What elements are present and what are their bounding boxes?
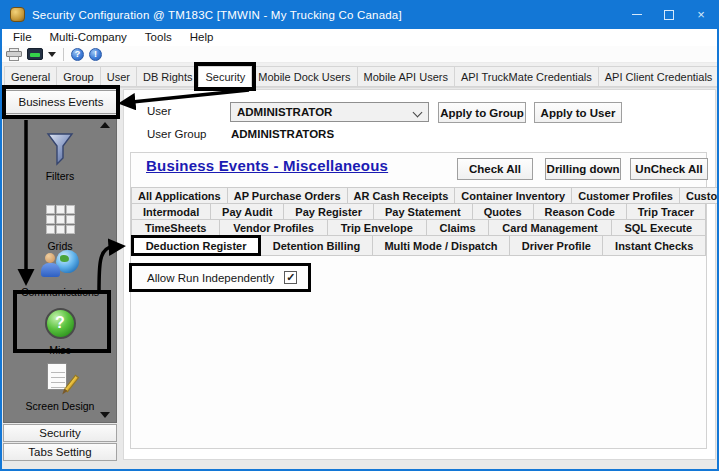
event-tab-ar-cash-receipts[interactable]: AR Cash Receipts [347, 187, 456, 204]
event-tab-intermodal[interactable]: Intermodal [131, 203, 211, 220]
event-tab-reason-code[interactable]: Reason Code [533, 203, 627, 220]
terminal-icon[interactable] [27, 48, 43, 60]
sidebar-item-label: Communications [21, 286, 99, 298]
allow-run-independently-checkbox[interactable]: ✓ [284, 271, 297, 284]
main-tab-strip: General Group User DB Rights Security Mo… [2, 63, 717, 88]
business-events-groupbox: Business Events - Miscellaneous Check Al… [130, 152, 707, 449]
app-badge-icon [10, 7, 25, 22]
event-tab-all-applications[interactable]: All Applications [131, 187, 228, 204]
sidebar-item-label: Filters [46, 170, 75, 182]
menu-multi-company[interactable]: Multi-Company [41, 29, 136, 46]
event-tab-multi-mode-dispatch[interactable]: Multi Mode / Dispatch [372, 235, 510, 256]
toolbar: ? ! [2, 46, 717, 63]
green-question-orb-icon: ? [45, 304, 76, 342]
maximize-button[interactable] [653, 0, 685, 29]
event-tab-row: Intermodal Pay Audit Pay Register Pay St… [132, 204, 706, 220]
sidebar: Business Events Filters [2, 88, 121, 461]
sidebar-item-filters[interactable]: Filters [4, 130, 116, 182]
tab-security[interactable]: Security [198, 66, 252, 87]
sidebar-item-security[interactable]: Security [3, 424, 117, 442]
apply-to-group-button[interactable]: Apply to Group [438, 102, 526, 123]
tab-general[interactable]: General [4, 66, 57, 87]
menu-file[interactable]: File [4, 29, 41, 46]
minimize-icon [632, 14, 642, 15]
tab-group[interactable]: Group [56, 66, 101, 87]
event-tab-trip-tracer[interactable]: Trip Tracer [626, 203, 706, 220]
sidebar-item-grids[interactable]: Grids [4, 200, 116, 252]
event-tab-driver-profile[interactable]: Driver Profile [509, 235, 603, 256]
minimize-button[interactable] [621, 0, 653, 29]
maximize-icon [664, 10, 674, 20]
menu-bar: File Multi-Company Tools Help [2, 29, 717, 46]
about-icon[interactable]: ! [89, 48, 102, 61]
event-tab-vendor-profiles[interactable]: Vendor Profiles [219, 219, 327, 236]
toolbar-separator [63, 48, 64, 61]
print-icon[interactable] [6, 48, 22, 61]
user-select-value: ADMINISTRATOR [237, 106, 332, 118]
tab-api-truckmate-credentials[interactable]: API TruckMate Credentials [454, 66, 599, 87]
event-tab-container-inventory[interactable]: Container Inventory [454, 187, 572, 204]
sidebar-item-label: Screen Design [26, 400, 95, 412]
event-tab-timesheets[interactable]: TimeSheets [131, 219, 220, 236]
person-globe-icon [41, 246, 79, 284]
allow-run-independently-label: Allow Run Independently [147, 272, 274, 284]
event-tab-quotes[interactable]: Quotes [472, 203, 534, 220]
check-all-button[interactable]: Check All [457, 158, 533, 180]
tab-user[interactable]: User [100, 66, 137, 87]
grid-icon [46, 200, 75, 238]
main-panel: User ADMINISTRATOR Apply to Group Apply … [123, 89, 716, 460]
user-label: User [147, 105, 171, 117]
drilling-down-button[interactable]: Drilling down [545, 158, 621, 180]
sidebar-item-screen-design[interactable]: Screen Design [4, 360, 116, 412]
event-tab-sql-execute[interactable]: SQL Execute [611, 219, 706, 236]
chevron-down-icon [413, 108, 423, 118]
tab-mobile-api-users[interactable]: Mobile API Users [357, 66, 455, 87]
event-tab-pay-register[interactable]: Pay Register [283, 203, 374, 220]
uncheck-all-button[interactable]: UnCheck All [630, 158, 708, 180]
event-tab-deduction-register[interactable]: Deduction Register [131, 235, 261, 256]
bottom-strip [2, 461, 717, 469]
user-group-value: ADMINISTRATORS [231, 128, 334, 140]
sidebar-item-misc[interactable]: ? Misc [4, 304, 116, 356]
menu-help[interactable]: Help [181, 29, 223, 46]
scroll-up-icon[interactable] [100, 122, 110, 128]
event-tab-instant-checks[interactable]: Instant Checks [602, 235, 706, 256]
event-tab-pay-statement[interactable]: Pay Statement [373, 203, 473, 220]
event-tab-customer-profiles[interactable]: Customer Profiles [571, 187, 680, 204]
dropdown-caret-icon[interactable] [48, 52, 56, 57]
event-tab-customer-service[interactable]: Customer Service [679, 187, 719, 204]
close-button[interactable]: × [685, 0, 717, 29]
scroll-down-icon[interactable] [100, 412, 110, 418]
event-tab-ap-purchase-orders[interactable]: AP Purchase Orders [227, 187, 348, 204]
category-panel: Filters Grids Communications ? [3, 117, 117, 423]
event-tab-grid: All Applications AP Purchase Orders AR C… [132, 188, 706, 256]
event-tab-pay-audit[interactable]: Pay Audit [210, 203, 284, 220]
funnel-icon [45, 130, 75, 168]
tab-db-rights[interactable]: DB Rights [136, 66, 200, 87]
event-tab-trip-envelope[interactable]: Trip Envelope [327, 219, 427, 236]
sidebar-item-label: Misc [49, 344, 71, 356]
sidebar-item-business-events[interactable]: Business Events [5, 90, 117, 114]
event-tab-row: All Applications AP Purchase Orders AR C… [132, 188, 706, 204]
title-bar: Security Configuration @ TM183C [TMWIN -… [2, 0, 717, 29]
business-events-title: Business Events - Miscellaneous [146, 157, 388, 174]
event-tab-card-management[interactable]: Card Management [488, 219, 611, 236]
allow-run-annotation-box: Allow Run Independently ✓ [129, 263, 311, 292]
page-pencil-icon [45, 360, 75, 398]
sidebar-item-tabs-setting[interactable]: Tabs Setting [3, 443, 117, 461]
window-body: Business Events Filters [2, 88, 717, 461]
event-tab-detention-billing[interactable]: Detention Billing [260, 235, 373, 256]
user-group-label: User Group [147, 128, 206, 140]
tab-api-client-credentials[interactable]: API Client Credentials [598, 66, 719, 87]
tab-mobile-dock-users[interactable]: Mobile Dock Users [251, 66, 357, 87]
sidebar-item-communications[interactable]: Communications [4, 246, 116, 298]
window-title: Security Configuration @ TM183C [TMWIN -… [32, 9, 621, 21]
menu-tools[interactable]: Tools [136, 29, 181, 46]
apply-to-user-button[interactable]: Apply to User [534, 102, 622, 123]
user-select[interactable]: ADMINISTRATOR [230, 102, 429, 122]
event-tab-row: TimeSheets Vendor Profiles Trip Envelope… [132, 220, 706, 236]
event-tab-row: Deduction Register Detention Billing Mul… [132, 236, 706, 256]
help-icon[interactable]: ? [71, 48, 84, 61]
event-tab-claims[interactable]: Claims [426, 219, 490, 236]
security-configuration-window: Security Configuration @ TM183C [TMWIN -… [0, 0, 719, 471]
